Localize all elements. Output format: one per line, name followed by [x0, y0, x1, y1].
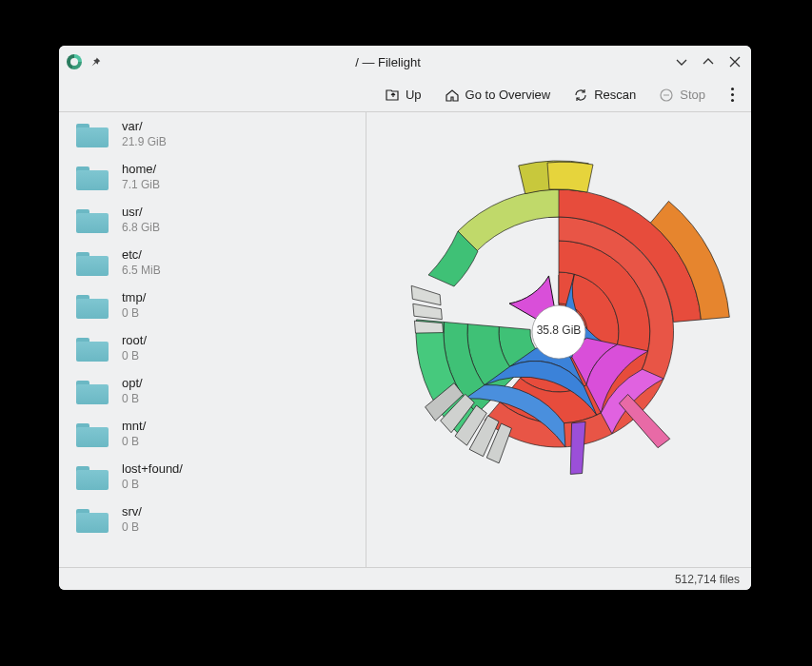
- folder-icon: [76, 421, 109, 447]
- chart-center-label: 35.8 GiB: [537, 323, 582, 337]
- folder-icon: [76, 506, 109, 533]
- refresh-icon: [573, 88, 588, 103]
- list-item[interactable]: lost+found/ 0 B: [59, 455, 366, 498]
- folder-icon: [76, 292, 109, 319]
- rescan-label: Rescan: [594, 88, 636, 102]
- overview-label: Go to Overview: [465, 88, 551, 102]
- up-label: Up: [406, 88, 422, 102]
- stop-button[interactable]: Stop: [655, 84, 709, 107]
- folder-icon: [76, 463, 109, 490]
- toolbar: Up Go to Overview Rescan Stop: [59, 78, 751, 112]
- folder-size: 0 B: [122, 392, 143, 405]
- folder-name: mnt/: [122, 419, 146, 433]
- stop-label: Stop: [680, 88, 705, 102]
- rescan-button[interactable]: Rescan: [569, 84, 640, 107]
- statusbar: 512,714 files: [59, 567, 751, 590]
- up-icon: [385, 88, 400, 103]
- window-title: / — Filelight: [103, 55, 673, 69]
- list-item[interactable]: opt/ 0 B: [59, 369, 366, 412]
- folder-list: var/ 21.9 GiB home/ 7.1 GiB usr/ 6.8 GiB: [59, 112, 366, 567]
- folder-name: tmp/: [122, 290, 146, 304]
- list-item[interactable]: var/ 21.9 GiB: [59, 112, 366, 155]
- minimize-button[interactable]: [673, 53, 690, 70]
- up-button[interactable]: Up: [381, 84, 426, 107]
- folder-icon: [76, 249, 109, 276]
- close-button[interactable]: [726, 53, 743, 70]
- overview-button[interactable]: Go to Overview: [441, 84, 555, 107]
- folder-size: 6.8 GiB: [122, 221, 160, 234]
- sunburst-chart[interactable]: 35.8 GiB: [366, 112, 751, 567]
- menu-button[interactable]: [724, 88, 740, 102]
- folder-name: srv/: [122, 504, 142, 519]
- content-area: var/ 21.9 GiB home/ 7.1 GiB usr/ 6.8 GiB: [59, 112, 751, 567]
- folder-size: 0 B: [122, 520, 142, 534]
- folder-icon: [76, 164, 109, 190]
- folder-icon: [76, 335, 109, 362]
- list-item[interactable]: mnt/ 0 B: [59, 412, 366, 455]
- home-icon: [445, 88, 460, 103]
- folder-size: 0 B: [122, 306, 146, 320]
- folder-name: home/: [122, 162, 160, 176]
- app-window: / — Filelight Up Go to Overview Rescan: [59, 46, 751, 590]
- folder-icon: [76, 206, 109, 233]
- folder-size: 7.1 GiB: [122, 178, 160, 191]
- folder-name: etc/: [122, 247, 161, 262]
- stop-icon: [659, 88, 674, 103]
- folder-size: 21.9 GiB: [122, 135, 167, 148]
- folder-name: var/: [122, 119, 167, 133]
- folder-name: lost+found/: [122, 461, 183, 476]
- list-item[interactable]: usr/ 6.8 GiB: [59, 198, 366, 241]
- pin-icon[interactable]: [88, 54, 103, 69]
- list-item[interactable]: tmp/ 0 B: [59, 284, 366, 326]
- folder-name: usr/: [122, 205, 160, 219]
- list-item[interactable]: home/ 7.1 GiB: [59, 155, 366, 198]
- folder-icon: [76, 121, 109, 147]
- folder-icon: [76, 378, 109, 404]
- folder-name: root/: [122, 333, 147, 347]
- folder-size: 6.5 MiB: [122, 264, 161, 277]
- list-item[interactable]: etc/ 6.5 MiB: [59, 241, 366, 284]
- file-count: 512,714 files: [675, 573, 740, 586]
- list-item[interactable]: root/ 0 B: [59, 326, 366, 369]
- folder-size: 0 B: [122, 349, 147, 362]
- app-icon: [67, 54, 82, 69]
- folder-size: 0 B: [122, 478, 183, 491]
- maximize-button[interactable]: [700, 53, 717, 70]
- list-item[interactable]: srv/ 0 B: [59, 498, 366, 540]
- folder-size: 0 B: [122, 435, 146, 448]
- folder-name: opt/: [122, 376, 143, 390]
- titlebar: / — Filelight: [59, 46, 751, 78]
